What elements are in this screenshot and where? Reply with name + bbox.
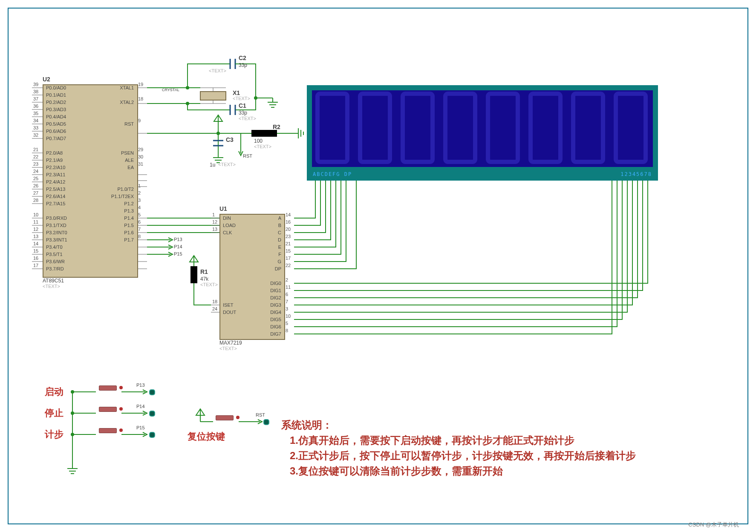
btn-net-p13: P13 [136, 382, 145, 388]
switch-reset[interactable] [216, 415, 234, 420]
notes-line1: 1.仿真开始后，需要按下启动按键，再按计步才能正式开始计步 [290, 433, 636, 448]
x1-val: CRYSTAL [162, 88, 179, 92]
dig-labels: 12345678 [620, 171, 652, 177]
u1-ref: U1 [219, 205, 227, 212]
net-p13: P13 [174, 237, 182, 242]
svg-rect-49 [251, 130, 277, 137]
svg-rect-65 [403, 94, 433, 162]
svg-rect-69 [573, 94, 603, 162]
u1-text: <TEXT> [219, 346, 237, 351]
btn-step-label: 计步 [45, 428, 63, 441]
c3-text: <TEXT> [218, 162, 236, 167]
u1-part: MAX7219 [219, 340, 242, 346]
u2-ref: U2 [43, 76, 50, 83]
btn-reset-label: 复位按键 [188, 430, 225, 443]
rst-netlabel-top: RST [243, 153, 252, 158]
c2-text: <TEXT> [209, 68, 226, 73]
svg-point-61 [71, 411, 74, 415]
svg-rect-66 [445, 94, 475, 162]
net-p14: P14 [174, 244, 182, 249]
c1-val: 33p [239, 110, 247, 116]
watermark: CSDN @木子单片机 [688, 521, 739, 529]
svg-point-59 [216, 132, 220, 135]
svg-rect-70 [616, 94, 646, 162]
svg-rect-55 [190, 266, 197, 283]
svg-rect-68 [531, 94, 560, 162]
switch-start[interactable] [99, 385, 117, 391]
u2-text: <TEXT> [43, 284, 60, 289]
r1-val: 47k [200, 276, 208, 282]
svg-point-62 [71, 433, 74, 436]
btn-stop-label: 停止 [45, 407, 63, 420]
probe-rst [263, 419, 269, 425]
r2-ref: R2 [273, 124, 280, 130]
r1-text: <TEXT> [200, 282, 218, 287]
svg-point-56 [186, 86, 189, 89]
r2-val: 100 [254, 138, 263, 144]
notes-line3: 3.复位按键可以清除当前计步步数，需重新开始 [290, 463, 636, 479]
svg-point-58 [254, 96, 257, 100]
x1-text: <TEXT> [233, 96, 250, 101]
c1-text: <TEXT> [239, 116, 256, 121]
notes-block: 系统说明： 1.仿真开始后，需要按下启动按键，再按计步才能正式开始计步 2.正式… [281, 417, 636, 479]
svg-rect-64 [360, 94, 390, 162]
svg-rect-63 [317, 94, 347, 162]
probe-p14 [149, 411, 155, 417]
probe-p13 [149, 389, 155, 395]
c3-ref: C3 [226, 136, 234, 143]
net-p15: P15 [174, 251, 182, 256]
seg-labels: ABCDEFG DP [313, 171, 352, 177]
r1-ref: R1 [200, 268, 208, 275]
svg-rect-67 [488, 94, 518, 162]
u2-part: AT89C51 [43, 278, 64, 284]
btn-net-p14: P14 [136, 404, 145, 409]
x1-ref: X1 [233, 89, 240, 96]
c3-val: 1u [210, 162, 215, 168]
c2-ref: C2 [239, 55, 246, 61]
notes-title: 系统说明： [281, 417, 636, 433]
svg-point-60 [71, 390, 74, 394]
btn-net-rst: RST [256, 412, 265, 417]
notes-line2: 2.正式计步后，按下停止可以暂停计步，计步按键无效，再按开始后接着计步 [290, 448, 636, 463]
probe-p15 [149, 432, 155, 438]
btn-net-p15: P15 [136, 425, 145, 430]
btn-start-label: 启动 [45, 385, 63, 398]
svg-rect-38 [200, 92, 226, 100]
svg-point-57 [186, 102, 189, 105]
segment-digits [311, 89, 652, 166]
switch-stop[interactable] [99, 407, 117, 412]
c2-val: 33p [239, 62, 247, 68]
r2-text: <TEXT> [254, 144, 271, 149]
switch-step[interactable] [99, 428, 117, 433]
c1-ref: C1 [239, 102, 246, 109]
